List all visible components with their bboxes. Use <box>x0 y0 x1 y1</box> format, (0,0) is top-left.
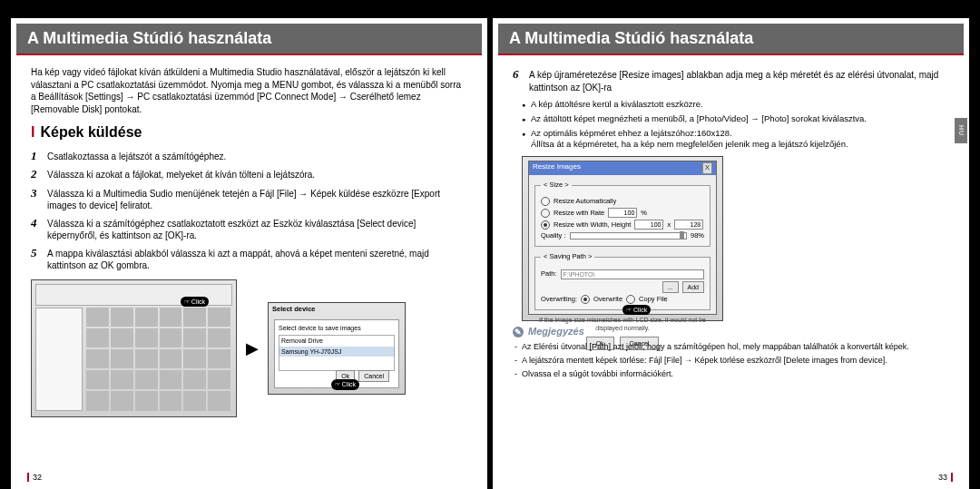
step-number: 3 <box>31 185 42 201</box>
opt-auto-label: Resize Automatically <box>554 197 616 206</box>
page-title-left: A Multimedia Stúdió használata <box>16 24 482 55</box>
page-right: A Multimedia Stúdió használata HU 6 A ké… <box>493 18 969 489</box>
browse-button[interactable]: ... <box>662 281 679 293</box>
step-number: 2 <box>31 166 42 182</box>
copy-option: Copy File <box>639 295 668 304</box>
notes-list: Az Elérési útvonal [Path] azt jelöli, ho… <box>514 341 949 379</box>
step-item: 6 A kép újraméretezése [Resize images] a… <box>513 66 949 93</box>
step-item: 5A mappa kiválasztási ablakból válassza … <box>31 245 467 272</box>
section-heading: I Képek küldése <box>31 122 467 142</box>
figure-thumb-grid <box>86 308 230 411</box>
device-option: Removal Drive <box>279 336 394 346</box>
step-text: Válassza ki a számítógéphez csatlakoztat… <box>47 218 467 242</box>
page-number-right: 33 <box>938 473 953 482</box>
figure-app-window: Click <box>31 279 237 417</box>
section-marker-icon: I <box>31 122 34 142</box>
device-option-selected: Samsung YH-J70JSJ <box>279 347 394 357</box>
size-group: < Size > Resize Automatically Resize wit… <box>534 181 710 247</box>
step-text: A mappa kiválasztási ablakból válassza k… <box>47 248 467 272</box>
bullet-list: A kép áttöltésre kerül a kiválasztott es… <box>522 99 949 151</box>
page-body-right: 6 A kép újraméretezése [Resize images] a… <box>493 55 969 489</box>
step-number: 1 <box>31 148 42 164</box>
step-item: 1Csatlakoztassa a lejátszót a számítógép… <box>31 148 467 164</box>
path-legend: < Saving Path > <box>541 252 594 261</box>
page-left: A Multimedia Stúdió használata Ha kép va… <box>11 18 487 489</box>
steps-list-right: 6 A kép újraméretezése [Resize images] a… <box>513 66 949 93</box>
rate-input[interactable]: 100 <box>608 208 637 218</box>
bullet-item: Az áttöltött képet megnézheti a menüből,… <box>522 113 949 125</box>
radio-wh[interactable] <box>541 220 550 230</box>
radio-rate[interactable] <box>541 209 550 218</box>
step-text: Csatlakoztassa a lejátszót a számítógéph… <box>47 151 226 163</box>
note-icon: ✎ <box>513 327 524 337</box>
radio-copy[interactable] <box>626 295 635 304</box>
note-item: A lejátszóra mentett képek törlése: Fájl… <box>514 355 949 366</box>
page-title-right: A Multimedia Stúdió használata <box>498 24 964 55</box>
language-tab: HU <box>955 118 967 143</box>
arrow-right-icon: ▶ <box>246 337 259 359</box>
path-input[interactable]: F:\PHOTO\ <box>561 269 704 279</box>
dialog-body: Select device to save images Removal Dri… <box>274 319 399 388</box>
section-heading-text: Képek küldése <box>40 122 142 142</box>
step-number: 5 <box>31 245 42 261</box>
step-item: 2Válassza ki azokat a fájlokat, melyeket… <box>31 166 467 182</box>
path-group: < Saving Path > Path:F:\PHOTO\ ...Add Ov… <box>534 252 710 309</box>
figure-sidebar <box>35 308 83 411</box>
dialog-title-text: Resize Images <box>533 162 581 174</box>
dialog-titlebar: Resize Images X <box>529 161 716 175</box>
click-badge: Click <box>181 297 209 307</box>
note-item: Az Elérési útvonal [Path] azt jelöli, ho… <box>514 341 949 352</box>
step-number: 6 <box>513 66 524 83</box>
cancel-button[interactable]: Cancel <box>358 370 389 382</box>
radio-auto[interactable] <box>541 197 550 206</box>
opt-wh-label: Resize with Width, Height <box>554 220 631 230</box>
quality-value: 98% <box>691 231 704 240</box>
intro-text: Ha kép vagy videó fájlokat kíván átkülde… <box>31 66 467 115</box>
height-input[interactable]: 128 <box>674 220 703 230</box>
click-badge: Click <box>622 305 651 315</box>
step-text: Válassza ki a Multimedia Sudio menüjének… <box>47 188 467 212</box>
note-item: Olvassa el a súgót további információkér… <box>514 368 949 379</box>
dialog-title: Select device <box>272 305 316 314</box>
width-input[interactable]: 100 <box>634 220 663 230</box>
opt-rate-label: Resize with Rate <box>554 209 604 218</box>
add-button[interactable]: Add <box>682 281 704 293</box>
page-number-left: 32 <box>27 473 42 482</box>
dialog-caption: Select device to save images <box>279 324 395 332</box>
figure-resize-dialog: Resize Images X < Size > Resize Automati… <box>522 156 723 321</box>
step-text: A kép újraméretezése [Resize images] abl… <box>529 69 949 93</box>
dialog-frame: Resize Images X < Size > Resize Automati… <box>528 161 717 315</box>
overwrite-label: Overwriting: <box>541 295 577 304</box>
page-body-left: Ha kép vagy videó fájlokat kíván átkülde… <box>11 55 487 489</box>
dialog-message: If the image size mismatches with LCD si… <box>534 316 710 333</box>
radio-overwrite[interactable] <box>581 295 590 304</box>
bullet-item: Az optimális képméret ehhez a lejátszóho… <box>522 128 949 152</box>
step-number: 4 <box>31 215 42 231</box>
quality-label: Quality : <box>541 231 566 240</box>
figure-select-device-dialog: Select device Select device to save imag… <box>268 302 406 395</box>
step-item: 4Válassza ki a számítógéphez csatlakozta… <box>31 215 467 242</box>
step-item: 3Válassza ki a Multimedia Sudio menüjéne… <box>31 185 467 212</box>
path-label: Path: <box>541 269 557 279</box>
page-spread: A Multimedia Stúdió használata Ha kép va… <box>0 0 980 489</box>
overwrite-option: Overwrite <box>593 295 622 304</box>
size-legend: < Size > <box>541 181 572 190</box>
click-badge: Click <box>331 379 359 389</box>
bullet-item: A kép áttöltésre kerül a kiválasztott es… <box>522 99 949 111</box>
rate-unit: % <box>641 209 647 218</box>
step-text: Válassza ki azokat a fájlokat, melyeket … <box>47 169 315 181</box>
steps-list: 1Csatlakoztassa a lejátszót a számítógép… <box>31 148 467 272</box>
quality-slider[interactable] <box>570 232 687 240</box>
figure-row: Click ▶ Select device Select device to s… <box>31 279 467 417</box>
close-icon[interactable]: X <box>702 162 712 174</box>
